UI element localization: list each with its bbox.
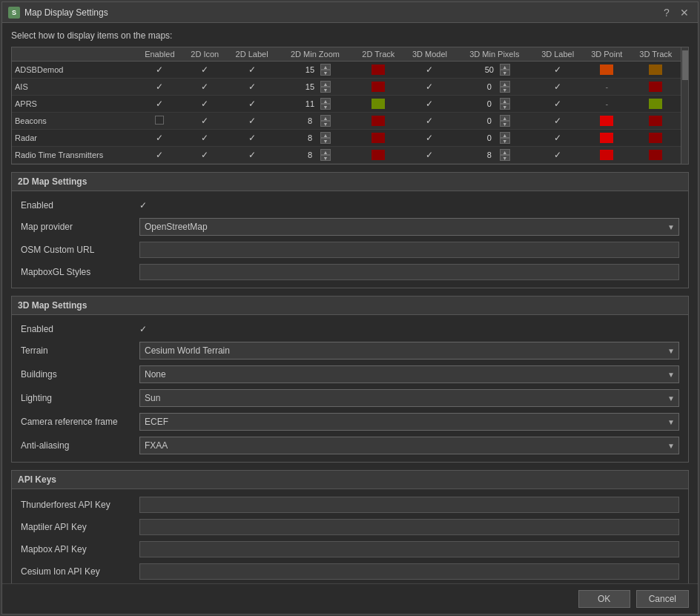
spinner-up[interactable]: ▲ (500, 81, 510, 87)
map3d-buildings-select[interactable]: NoneOSM Buildings (139, 365, 679, 383)
row-3d-min-pixels[interactable]: 0▲▼ (456, 79, 532, 96)
row-2d-label[interactable]: ✓ (227, 79, 277, 96)
row-2d-label[interactable]: ✓ (227, 147, 277, 164)
row-2d-min-zoom[interactable]: 8▲▼ (277, 147, 353, 164)
items-table-scroll[interactable]: Enabled 2D Icon 2D Label 2D Min Zoom 2D … (12, 47, 681, 164)
apikey-input[interactable] (139, 541, 679, 557)
map3d-camera-select[interactable]: ECEFNEDENU (139, 413, 679, 431)
spinner-down[interactable]: ▼ (500, 70, 510, 76)
row-3d-min-pixels[interactable]: 0▲▼ (456, 113, 532, 130)
row-enabled[interactable]: ✓ (136, 130, 183, 147)
row-3d-model[interactable]: ✓ (403, 130, 456, 147)
spinner-down[interactable]: ▼ (500, 87, 510, 93)
row-3d-label[interactable]: ✓ (533, 62, 583, 79)
row-2d-min-zoom[interactable]: 11▲▼ (277, 96, 353, 113)
row-3d-label[interactable]: ✓ (533, 96, 583, 113)
spinner-down[interactable]: ▼ (320, 121, 331, 127)
row-enabled[interactable]: ✓ (136, 147, 183, 164)
row-3d-track[interactable] (631, 113, 681, 130)
close-button[interactable]: ✕ (677, 5, 692, 20)
spinner-down[interactable]: ▼ (500, 104, 510, 110)
map2d-provider-select[interactable]: OpenStreetMapMapboxGLMapTiler (139, 218, 679, 236)
row-2d-icon[interactable]: ✓ (183, 62, 227, 79)
row-3d-model[interactable]: ✓ (403, 62, 456, 79)
row-2d-icon[interactable]: ✓ (183, 147, 227, 164)
apikey-input[interactable] (139, 497, 679, 513)
row-3d-model[interactable]: ✓ (403, 147, 456, 164)
map2d-mapboxstyles-input[interactable] (139, 264, 679, 280)
row-2d-min-zoom[interactable]: 15▲▼ (277, 62, 353, 79)
spinner-up[interactable]: ▲ (500, 115, 510, 121)
row-2d-icon[interactable]: ✓ (183, 96, 227, 113)
spinner-up[interactable]: ▲ (500, 149, 510, 155)
row-3d-model[interactable]: ✓ (403, 79, 456, 96)
row-2d-label[interactable]: ✓ (227, 62, 277, 79)
row-3d-track[interactable] (631, 62, 681, 79)
spinner-down[interactable]: ▼ (320, 138, 331, 144)
row-2d-label[interactable]: ✓ (227, 96, 277, 113)
row-2d-min-zoom[interactable]: 8▲▼ (277, 113, 353, 130)
row-2d-track[interactable] (354, 62, 403, 79)
spinner-down[interactable]: ▼ (320, 155, 331, 161)
row-3d-min-pixels[interactable]: 8▲▼ (456, 147, 532, 164)
spinner-up[interactable]: ▲ (500, 98, 510, 104)
apikey-input[interactable] (139, 519, 679, 535)
map3d-terrain-select[interactable]: Cesium World TerrainNoneWGS84 Ellipsoid (139, 342, 679, 360)
spinner-down[interactable]: ▼ (500, 155, 510, 161)
map2d-osmurl-input[interactable] (139, 242, 679, 258)
row-3d-model[interactable]: ✓ (403, 113, 456, 130)
spinner-up[interactable]: ▲ (320, 64, 331, 70)
map3d-antialiasing-select[interactable]: FXAANoneMSAA 2xMSAA 4x (139, 437, 679, 454)
row-enabled[interactable] (136, 113, 183, 130)
cancel-button[interactable]: Cancel (636, 590, 689, 608)
spinner-up[interactable]: ▲ (500, 64, 510, 70)
spinner-up[interactable]: ▲ (320, 81, 331, 87)
row-3d-track[interactable] (631, 79, 681, 96)
row-3d-min-pixels[interactable]: 0▲▼ (456, 96, 532, 113)
spinner-down[interactable]: ▼ (500, 138, 510, 144)
spinner-down[interactable]: ▼ (320, 87, 331, 93)
row-enabled[interactable]: ✓ (136, 79, 183, 96)
row-enabled[interactable]: ✓ (136, 96, 183, 113)
row-3d-min-pixels[interactable]: 0▲▼ (456, 130, 532, 147)
row-enabled[interactable]: ✓ (136, 62, 183, 79)
row-3d-min-pixels[interactable]: 50▲▼ (456, 62, 532, 79)
row-2d-track[interactable] (354, 130, 403, 147)
row-2d-track[interactable] (354, 79, 403, 96)
map3d-lighting-select[interactable]: SunNone (139, 389, 679, 407)
row-2d-label[interactable]: ✓ (227, 113, 277, 130)
row-3d-point[interactable] (583, 62, 631, 79)
spinner-up[interactable]: ▲ (500, 132, 510, 138)
apikey-input[interactable] (139, 563, 679, 580)
spinner-up[interactable]: ▲ (320, 98, 331, 104)
ok-button[interactable]: OK (578, 590, 630, 608)
spinner-up[interactable]: ▲ (320, 132, 331, 138)
row-2d-label[interactable]: ✓ (227, 130, 277, 147)
row-3d-label[interactable]: ✓ (533, 113, 583, 130)
row-2d-track[interactable] (354, 147, 403, 164)
row-3d-track[interactable] (631, 147, 681, 164)
spinner-up[interactable]: ▲ (320, 115, 331, 121)
row-2d-icon[interactable]: ✓ (183, 113, 227, 130)
row-3d-track[interactable] (631, 96, 681, 113)
row-3d-model[interactable]: ✓ (403, 96, 456, 113)
row-3d-point[interactable] (583, 130, 631, 147)
row-3d-label[interactable]: ✓ (533, 147, 583, 164)
row-3d-point[interactable] (583, 113, 631, 130)
row-2d-track[interactable] (354, 113, 403, 130)
row-2d-icon[interactable]: ✓ (183, 79, 227, 96)
row-3d-point[interactable] (583, 147, 631, 164)
row-2d-icon[interactable]: ✓ (183, 130, 227, 147)
row-3d-label[interactable]: ✓ (533, 79, 583, 96)
row-3d-track[interactable] (631, 130, 681, 147)
row-2d-min-zoom[interactable]: 15▲▼ (277, 79, 353, 96)
spinner-down[interactable]: ▼ (320, 104, 331, 110)
row-3d-label[interactable]: ✓ (533, 130, 583, 147)
spinner-down[interactable]: ▼ (500, 121, 510, 127)
row-3d-point[interactable]: - (583, 96, 631, 113)
spinner-down[interactable]: ▼ (320, 70, 331, 76)
help-button[interactable]: ? (659, 5, 674, 20)
spinner-up[interactable]: ▲ (320, 149, 331, 155)
row-2d-track[interactable] (354, 96, 403, 113)
row-3d-point[interactable]: - (583, 79, 631, 96)
